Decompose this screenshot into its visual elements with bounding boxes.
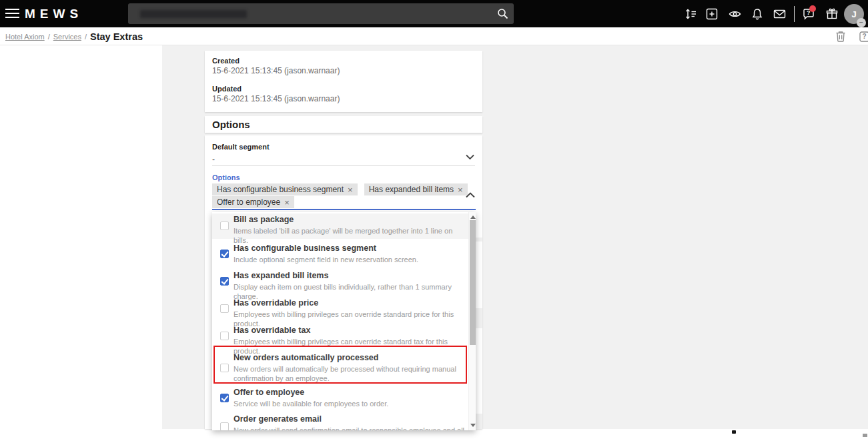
scrollbar-up-arrow[interactable] [470, 215, 476, 219]
chip-has-configurable-business-segment: Has configurable business segment × [212, 183, 358, 195]
option-item-offer-to-employee[interactable]: Offer to employee Service will be availa… [212, 386, 468, 412]
checkbox[interactable] [220, 422, 229, 430]
default-segment-select[interactable]: - [212, 153, 476, 165]
topbar-divider [794, 6, 795, 22]
chip-remove-icon[interactable]: × [348, 185, 353, 195]
annotation-highlight-box [213, 346, 467, 384]
checkbox[interactable] [220, 304, 229, 313]
dropdown-scrollbar [468, 212, 476, 430]
options-section-title: Options [212, 119, 250, 130]
option-item-has-expanded-bill-items[interactable]: Has expanded bill items Display each ite… [212, 270, 468, 295]
breadcrumb-link-hotel[interactable]: Hotel Axiom [5, 33, 45, 41]
scrollbar-down-arrow[interactable] [470, 424, 476, 427]
checkbox[interactable] [220, 250, 229, 258]
options-section-header: Options [205, 116, 482, 133]
chip-offer-to-employee: Offer to employee × [212, 196, 294, 208]
default-segment-label: Default segment [212, 143, 270, 151]
option-item-has-configurable-business-segment[interactable]: Has configurable business segment Includ… [212, 242, 468, 268]
help-notification-badge [809, 5, 816, 12]
help-question-box-icon[interactable]: ? [859, 31, 868, 42]
top-bar: MEWS [0, 0, 868, 27]
option-item-bill-as-package[interactable]: Bill as package Items labeled 'bill as p… [212, 213, 468, 239]
options-field-focus-underline [212, 209, 476, 210]
breadcrumb-separator: / [48, 33, 50, 41]
page-title: Stay Extras [90, 31, 143, 42]
avatar-initial: J [851, 9, 856, 19]
option-item-order-generates-email[interactable]: Order generates email New order will sen… [212, 413, 468, 430]
hamburger-menu-icon[interactable] [5, 9, 19, 19]
created-label: Created [212, 57, 240, 65]
default-segment-underline [212, 165, 475, 166]
delete-trash-icon[interactable] [835, 31, 846, 42]
chevron-up-icon[interactable] [465, 191, 476, 199]
messages-envelope-icon[interactable] [773, 8, 785, 20]
breadcrumb: Hotel Axiom / Services / Stay Extras [5, 27, 143, 45]
breadcrumb-separator: / [85, 33, 87, 41]
mews-logo[interactable]: MEWS [25, 7, 83, 21]
option-item-has-overridable-price[interactable]: Has overridable price Employees with bil… [212, 297, 468, 322]
chip-has-expanded-bill-items: Has expanded bill items × [364, 183, 468, 195]
card-gap-sliver [476, 414, 482, 429]
global-search [128, 3, 514, 24]
checkbox[interactable] [220, 332, 229, 340]
search-input[interactable] [135, 3, 495, 24]
options-field-label: Options [212, 173, 240, 181]
chip-remove-icon[interactable]: × [458, 185, 463, 195]
updated-value: 15-6-2021 15:13:45 (jason.warnaar) [212, 94, 340, 103]
notifications-bell-icon[interactable] [751, 8, 763, 20]
checkbox[interactable] [220, 394, 229, 402]
corner-artifact [863, 434, 867, 437]
cursor-dot [732, 430, 736, 434]
avatar-status-badge: − [857, 18, 866, 27]
add-new-icon[interactable] [706, 8, 718, 20]
default-segment-value: - [212, 155, 215, 164]
search-icon[interactable] [497, 8, 508, 19]
checkbox[interactable] [220, 222, 229, 230]
breadcrumb-bar: Hotel Axiom / Services / Stay Extras ? [0, 27, 868, 45]
breadcrumb-link-services[interactable]: Services [53, 33, 81, 41]
card-gap-sliver [476, 308, 482, 328]
app-window: MEWS [0, 0, 868, 441]
sort-lines-icon[interactable] [685, 8, 697, 20]
audit-card: Created 15-6-2021 15:13:45 (jason.warnaa… [205, 51, 482, 112]
scrollbar-thumb[interactable] [470, 220, 476, 345]
chip-remove-icon[interactable]: × [284, 197, 290, 207]
options-dropdown-list: Bill as package Items labeled 'bill as p… [212, 212, 476, 430]
gift-icon[interactable] [826, 8, 838, 20]
chevron-down-icon [465, 153, 475, 160]
eye-icon[interactable] [729, 8, 741, 20]
selected-options-chips: Has configurable business segment × Has … [212, 183, 471, 208]
updated-label: Updated [212, 85, 242, 93]
checkbox[interactable] [220, 277, 229, 286]
created-value: 15-6-2021 15:13:45 (jason.warnaar) [212, 66, 340, 75]
card-gap-sliver [476, 238, 482, 242]
